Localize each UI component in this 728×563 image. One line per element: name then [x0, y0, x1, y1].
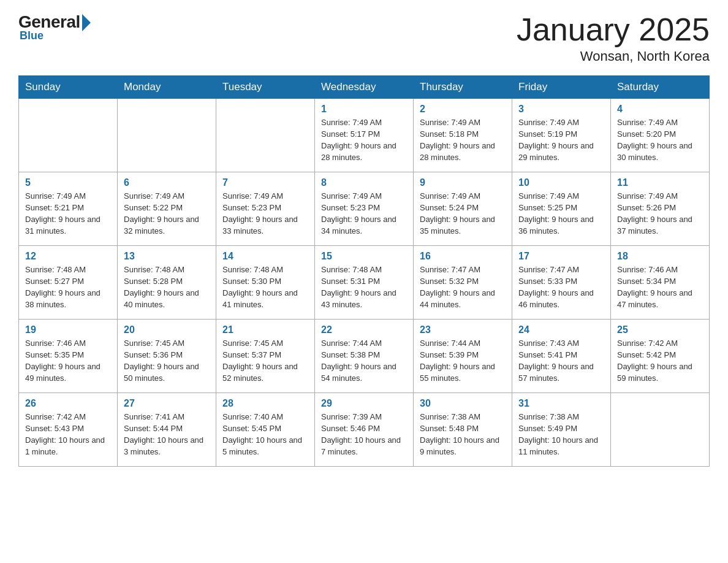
day-info: Sunrise: 7:43 AM Sunset: 5:41 PM Dayligh… — [518, 338, 604, 384]
logo: General Blue — [18, 12, 92, 42]
day-info: Sunrise: 7:42 AM Sunset: 5:43 PM Dayligh… — [25, 412, 111, 458]
calendar-cell: 18Sunrise: 7:46 AM Sunset: 5:34 PM Dayli… — [611, 246, 710, 320]
day-info: Sunrise: 7:44 AM Sunset: 5:39 PM Dayligh… — [420, 338, 506, 384]
day-info: Sunrise: 7:49 AM Sunset: 5:17 PM Dayligh… — [321, 117, 407, 163]
calendar-cell: 10Sunrise: 7:49 AM Sunset: 5:25 PM Dayli… — [512, 172, 611, 246]
calendar-cell: 16Sunrise: 7:47 AM Sunset: 5:32 PM Dayli… — [414, 246, 512, 320]
calendar-cell: 7Sunrise: 7:49 AM Sunset: 5:23 PM Daylig… — [216, 172, 315, 246]
calendar-cell: 3Sunrise: 7:49 AM Sunset: 5:19 PM Daylig… — [512, 99, 611, 172]
day-number: 9 — [420, 177, 506, 188]
calendar-cell: 12Sunrise: 7:48 AM Sunset: 5:27 PM Dayli… — [19, 246, 118, 320]
calendar-cell: 27Sunrise: 7:41 AM Sunset: 5:44 PM Dayli… — [118, 393, 216, 467]
calendar-cell: 9Sunrise: 7:49 AM Sunset: 5:24 PM Daylig… — [414, 172, 512, 246]
day-number: 31 — [518, 398, 604, 409]
day-info: Sunrise: 7:45 AM Sunset: 5:36 PM Dayligh… — [124, 338, 210, 384]
calendar-week-5: 26Sunrise: 7:42 AM Sunset: 5:43 PM Dayli… — [19, 393, 710, 467]
day-number: 3 — [518, 104, 604, 115]
day-number: 11 — [617, 177, 703, 188]
day-number: 18 — [617, 251, 703, 262]
calendar-cell: 1Sunrise: 7:49 AM Sunset: 5:17 PM Daylig… — [315, 99, 414, 172]
day-number: 29 — [321, 398, 407, 409]
calendar-week-1: 1Sunrise: 7:49 AM Sunset: 5:17 PM Daylig… — [19, 99, 710, 172]
calendar-cell — [216, 99, 315, 172]
calendar-cell: 25Sunrise: 7:42 AM Sunset: 5:42 PM Dayli… — [611, 320, 710, 393]
location: Wonsan, North Korea — [517, 48, 710, 64]
day-info: Sunrise: 7:44 AM Sunset: 5:38 PM Dayligh… — [321, 338, 407, 384]
calendar-header-tuesday: Tuesday — [216, 76, 315, 99]
calendar-cell — [611, 393, 710, 467]
day-info: Sunrise: 7:49 AM Sunset: 5:18 PM Dayligh… — [420, 117, 506, 163]
calendar-header: SundayMondayTuesdayWednesdayThursdayFrid… — [19, 76, 710, 99]
day-number: 7 — [222, 177, 308, 188]
calendar-header-monday: Monday — [118, 76, 216, 99]
day-number: 4 — [617, 104, 703, 115]
calendar-cell: 5Sunrise: 7:49 AM Sunset: 5:21 PM Daylig… — [19, 172, 118, 246]
day-info: Sunrise: 7:47 AM Sunset: 5:33 PM Dayligh… — [518, 264, 604, 310]
calendar-cell: 20Sunrise: 7:45 AM Sunset: 5:36 PM Dayli… — [118, 320, 216, 393]
calendar-cell: 8Sunrise: 7:49 AM Sunset: 5:23 PM Daylig… — [315, 172, 414, 246]
calendar-cell: 28Sunrise: 7:40 AM Sunset: 5:45 PM Dayli… — [216, 393, 315, 467]
calendar-header-sunday: Sunday — [19, 76, 118, 99]
calendar-cell — [118, 99, 216, 172]
day-number: 20 — [124, 324, 210, 335]
calendar-cell: 14Sunrise: 7:48 AM Sunset: 5:30 PM Dayli… — [216, 246, 315, 320]
calendar-cell: 17Sunrise: 7:47 AM Sunset: 5:33 PM Dayli… — [512, 246, 611, 320]
day-info: Sunrise: 7:47 AM Sunset: 5:32 PM Dayligh… — [420, 264, 506, 310]
month-title: January 2025 — [517, 12, 710, 47]
day-number: 2 — [420, 104, 506, 115]
day-info: Sunrise: 7:46 AM Sunset: 5:34 PM Dayligh… — [617, 264, 703, 310]
calendar-table: SundayMondayTuesdayWednesdayThursdayFrid… — [18, 75, 710, 467]
day-info: Sunrise: 7:41 AM Sunset: 5:44 PM Dayligh… — [124, 412, 210, 458]
day-number: 13 — [124, 251, 210, 262]
calendar-week-3: 12Sunrise: 7:48 AM Sunset: 5:27 PM Dayli… — [19, 246, 710, 320]
day-number: 8 — [321, 177, 407, 188]
day-info: Sunrise: 7:49 AM Sunset: 5:21 PM Dayligh… — [25, 191, 111, 237]
calendar-header-wednesday: Wednesday — [315, 76, 414, 99]
day-info: Sunrise: 7:49 AM Sunset: 5:20 PM Dayligh… — [617, 117, 703, 163]
day-number: 23 — [420, 324, 506, 335]
calendar-header-thursday: Thursday — [414, 76, 512, 99]
day-number: 22 — [321, 324, 407, 335]
day-number: 16 — [420, 251, 506, 262]
calendar-cell: 21Sunrise: 7:45 AM Sunset: 5:37 PM Dayli… — [216, 320, 315, 393]
day-info: Sunrise: 7:48 AM Sunset: 5:31 PM Dayligh… — [321, 264, 407, 310]
calendar-cell: 4Sunrise: 7:49 AM Sunset: 5:20 PM Daylig… — [611, 99, 710, 172]
day-info: Sunrise: 7:40 AM Sunset: 5:45 PM Dayligh… — [222, 412, 308, 458]
day-info: Sunrise: 7:49 AM Sunset: 5:19 PM Dayligh… — [518, 117, 604, 163]
day-number: 10 — [518, 177, 604, 188]
calendar-cell: 23Sunrise: 7:44 AM Sunset: 5:39 PM Dayli… — [414, 320, 512, 393]
day-info: Sunrise: 7:49 AM Sunset: 5:22 PM Dayligh… — [124, 191, 210, 237]
day-number: 14 — [222, 251, 308, 262]
day-info: Sunrise: 7:46 AM Sunset: 5:35 PM Dayligh… — [25, 338, 111, 384]
day-info: Sunrise: 7:49 AM Sunset: 5:24 PM Dayligh… — [420, 191, 506, 237]
day-info: Sunrise: 7:49 AM Sunset: 5:23 PM Dayligh… — [321, 191, 407, 237]
day-info: Sunrise: 7:48 AM Sunset: 5:28 PM Dayligh… — [124, 264, 210, 310]
day-info: Sunrise: 7:42 AM Sunset: 5:42 PM Dayligh… — [617, 338, 703, 384]
day-number: 1 — [321, 104, 407, 115]
page-header: General Blue January 2025 Wonsan, North … — [18, 12, 710, 64]
calendar-week-4: 19Sunrise: 7:46 AM Sunset: 5:35 PM Dayli… — [19, 320, 710, 393]
calendar-cell: 29Sunrise: 7:39 AM Sunset: 5:46 PM Dayli… — [315, 393, 414, 467]
calendar-week-2: 5Sunrise: 7:49 AM Sunset: 5:21 PM Daylig… — [19, 172, 710, 246]
calendar-cell: 13Sunrise: 7:48 AM Sunset: 5:28 PM Dayli… — [118, 246, 216, 320]
day-number: 24 — [518, 324, 604, 335]
title-block: January 2025 Wonsan, North Korea — [517, 12, 710, 64]
calendar-cell: 30Sunrise: 7:38 AM Sunset: 5:48 PM Dayli… — [414, 393, 512, 467]
day-number: 6 — [124, 177, 210, 188]
day-info: Sunrise: 7:45 AM Sunset: 5:37 PM Dayligh… — [222, 338, 308, 384]
day-number: 12 — [25, 251, 111, 262]
calendar-cell: 6Sunrise: 7:49 AM Sunset: 5:22 PM Daylig… — [118, 172, 216, 246]
calendar-header-saturday: Saturday — [611, 76, 710, 99]
day-info: Sunrise: 7:48 AM Sunset: 5:30 PM Dayligh… — [222, 264, 308, 310]
calendar-cell: 15Sunrise: 7:48 AM Sunset: 5:31 PM Dayli… — [315, 246, 414, 320]
calendar-cell: 11Sunrise: 7:49 AM Sunset: 5:26 PM Dayli… — [611, 172, 710, 246]
day-number: 25 — [617, 324, 703, 335]
day-number: 28 — [222, 398, 308, 409]
day-info: Sunrise: 7:49 AM Sunset: 5:26 PM Dayligh… — [617, 191, 703, 237]
calendar-cell: 24Sunrise: 7:43 AM Sunset: 5:41 PM Dayli… — [512, 320, 611, 393]
day-info: Sunrise: 7:38 AM Sunset: 5:48 PM Dayligh… — [420, 412, 506, 458]
day-number: 26 — [25, 398, 111, 409]
day-info: Sunrise: 7:49 AM Sunset: 5:23 PM Dayligh… — [222, 191, 308, 237]
day-number: 21 — [222, 324, 308, 335]
calendar-cell — [19, 99, 118, 172]
